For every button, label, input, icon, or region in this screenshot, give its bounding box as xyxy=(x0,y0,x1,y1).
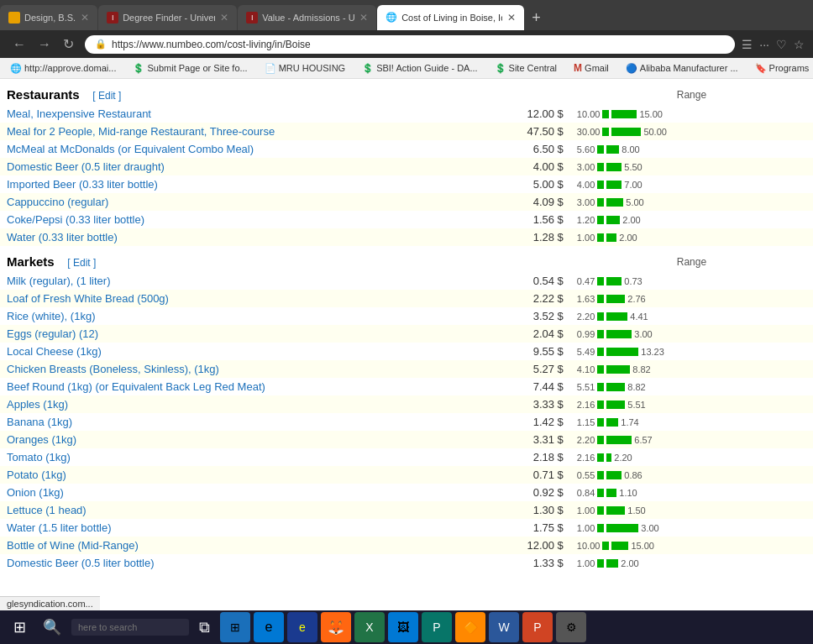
bookmark-gmail[interactable]: M Gmail xyxy=(570,60,612,76)
item-name-link[interactable]: Rice (white), (1kg) xyxy=(7,310,95,322)
browser-toolbar: ☰ ··· ♡ ☆ xyxy=(742,38,805,51)
section-title-markets: Markets xyxy=(7,254,55,269)
bookmark-site-central[interactable]: 💲 Site Central xyxy=(491,61,560,76)
range-bar-main xyxy=(606,216,620,224)
item-name-link[interactable]: Potato (1kg) xyxy=(7,469,66,481)
item-name-link[interactable]: Water (1.5 liter bottle) xyxy=(7,521,112,534)
range-bar-left xyxy=(597,163,604,171)
item-name-link[interactable]: Apples (1kg) xyxy=(7,398,68,411)
range-low: 2.16 xyxy=(577,453,595,463)
range-bar-main xyxy=(606,163,622,171)
item-name-link[interactable]: Domestic Beer (0.5 liter draught) xyxy=(7,160,165,173)
browser-window: Design, B.S. ✕ I Degree Finder - Univers… xyxy=(0,0,813,79)
star-icon[interactable]: ☆ xyxy=(794,38,805,51)
tab-close-1[interactable]: ✕ xyxy=(81,12,89,24)
table-row: Potato (1kg) 0.71 $ 0.55 0.86 xyxy=(0,466,813,484)
item-name-link[interactable]: McMeal at McDonalds (or Equivalent Combo… xyxy=(7,143,254,155)
bookmark-sbi[interactable]: 💲 SBI! Action Guide - DA... xyxy=(359,61,480,76)
item-name-link[interactable]: Milk (regular), (1 liter) xyxy=(7,275,111,287)
tab-close-3[interactable]: ✕ xyxy=(359,12,368,24)
new-tab-button[interactable]: + xyxy=(525,9,548,27)
item-name-cell: Beef Round (1kg) (or Equivalent Back Leg… xyxy=(0,378,475,395)
item-name-link[interactable]: Domestic Beer (0.5 liter bottle) xyxy=(7,557,155,569)
url-bar[interactable]: 🔒 https://www.numbeo.com/cost-living/in/… xyxy=(85,35,735,54)
item-name-link[interactable]: Water (0.33 liter bottle) xyxy=(7,231,118,243)
item-range-cell: 5.51 8.82 xyxy=(570,378,813,395)
range-high: 8.82 xyxy=(632,364,650,374)
range-high: 2.00 xyxy=(619,233,637,243)
tab-degree-finder[interactable]: I Degree Finder - University of Id... ✕ xyxy=(98,5,237,30)
range-bar-left xyxy=(597,145,604,154)
item-price-cell: 2.04 $ xyxy=(475,325,570,343)
item-range-cell: 0.47 0.73 xyxy=(570,272,813,290)
table-row: Lettuce (1 head) 1.30 $ 1.00 1.50 xyxy=(0,501,813,519)
bookmark-icon-1: 🌐 xyxy=(10,63,22,74)
range-bar-left xyxy=(597,559,604,568)
item-name-link[interactable]: Onion (1kg) xyxy=(7,486,64,499)
item-name-link[interactable]: Local Cheese (1kg) xyxy=(7,345,102,358)
range-bar-left xyxy=(597,348,604,356)
range-bar-left xyxy=(602,110,609,118)
range-low: 30.00 xyxy=(577,127,601,137)
range-low: 5.49 xyxy=(577,347,595,357)
refresh-button[interactable]: ↻ xyxy=(59,34,78,54)
item-name-link[interactable]: Coke/Pepsi (0.33 liter bottle) xyxy=(7,213,144,226)
tab-design[interactable]: Design, B.S. ✕ xyxy=(0,5,97,30)
range-header-restaurants: Range xyxy=(677,89,706,101)
item-name-link[interactable]: Chicken Breasts (Boneless, Skinless), (1… xyxy=(7,363,219,375)
item-range-cell: 1.00 2.00 xyxy=(570,228,813,246)
bookmark-programs[interactable]: 🔖 Programs xyxy=(752,61,813,76)
bookmark-mru[interactable]: 📄 MRU HOUSING xyxy=(261,61,349,76)
range-bar-main xyxy=(606,506,625,515)
item-range-cell: 2.20 4.41 xyxy=(570,307,813,325)
bookmark-icon-gmail: M xyxy=(574,62,582,74)
extensions-icon[interactable]: ··· xyxy=(759,38,769,51)
section-edit-markets[interactable]: [ Edit ] xyxy=(67,257,96,269)
tab-value[interactable]: I Value - Admissions - Universit... ✕ xyxy=(238,5,376,30)
item-name-link[interactable]: Banana (1kg) xyxy=(7,416,72,428)
item-price-cell: 1.56 $ xyxy=(475,211,570,228)
item-name-link[interactable]: Beef Round (1kg) (or Equivalent Back Leg… xyxy=(7,380,265,393)
item-name-link[interactable]: Lettuce (1 head) xyxy=(7,504,87,516)
item-name-link[interactable]: Cappuccino (regular) xyxy=(7,196,108,208)
bookmarks-icon[interactable]: ☰ xyxy=(742,38,753,51)
bookmark-alibaba[interactable]: 🔵 Alibaba Manufacturer ... xyxy=(622,61,742,76)
section-edit-restaurants[interactable]: [ Edit ] xyxy=(92,90,121,102)
url-text: https://www.numbeo.com/cost-living/in/Bo… xyxy=(112,39,725,50)
table-row: Meal, Inexpensive Restaurant 12.00 $ 10.… xyxy=(0,105,813,123)
item-name-link[interactable]: Tomato (1kg) xyxy=(7,451,71,463)
table-row: Chicken Breasts (Boneless, Skinless), (1… xyxy=(0,360,813,378)
range-bar-left xyxy=(597,233,604,242)
range-bar-left xyxy=(597,471,604,479)
range-bar-main xyxy=(606,365,630,374)
range-high: 4.41 xyxy=(630,312,648,322)
range-bar-main xyxy=(606,524,638,532)
item-name-link[interactable]: Loaf of Fresh White Bread (500g) xyxy=(7,292,169,305)
heart-icon[interactable]: ♡ xyxy=(776,38,787,51)
section-header-restaurants: Restaurants [ Edit ] Range xyxy=(0,79,813,105)
table-row: Cappuccino (regular) 4.09 $ 3.00 5.00 xyxy=(0,193,813,211)
tab-cost-of-living[interactable]: 🌐 Cost of Living in Boise, Idaho,... ✕ xyxy=(377,5,524,30)
range-high: 8.82 xyxy=(627,382,645,392)
item-range-cell: 10.00 15.00 xyxy=(570,537,813,554)
bookmark-submit[interactable]: 💲 Submit Page or Site fo... xyxy=(129,61,250,76)
range-bar-left xyxy=(597,524,604,532)
tab-close-2[interactable]: ✕ xyxy=(220,12,228,24)
back-button[interactable]: ← xyxy=(8,34,30,54)
item-name-link[interactable]: Imported Beer (0.33 liter bottle) xyxy=(7,178,158,191)
item-name-link[interactable]: Oranges (1kg) xyxy=(7,433,76,446)
range-high: 2.00 xyxy=(622,215,640,225)
table-row: Onion (1kg) 0.92 $ 0.84 1.10 xyxy=(0,484,813,501)
item-name-link[interactable]: Meal, Inexpensive Restaurant xyxy=(7,107,151,120)
range-high: 6.57 xyxy=(634,435,652,445)
item-name-link[interactable]: Bottle of Wine (Mid-Range) xyxy=(7,539,139,552)
range-bar-main xyxy=(611,128,641,136)
table-row: Meal for 2 People, Mid-range Restaurant,… xyxy=(0,123,813,140)
item-name-link[interactable]: Eggs (regular) (12) xyxy=(7,327,98,340)
bookmark-approve[interactable]: 🌐 http://approve.domai... xyxy=(7,61,119,76)
item-name-link[interactable]: Meal for 2 People, Mid-range Restaurant,… xyxy=(7,125,275,138)
item-name-cell: Bottle of Wine (Mid-Range) xyxy=(0,537,475,554)
tab-close-4[interactable]: ✕ xyxy=(507,12,516,24)
tab-label-1: Design, B.S. xyxy=(24,13,76,23)
forward-button[interactable]: → xyxy=(34,34,55,54)
